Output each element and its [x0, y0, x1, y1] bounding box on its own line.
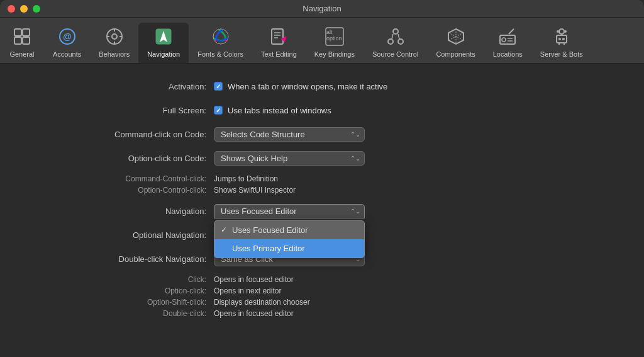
tab-accounts[interactable]: @ Accounts	[44, 23, 90, 63]
tab-behaviors-label: Behaviors	[99, 50, 130, 58]
text-editing-icon	[267, 25, 290, 48]
double-click-info-label: Double-click:	[38, 309, 214, 318]
locations-icon	[496, 25, 519, 48]
svg-text:alt: alt	[326, 29, 333, 35]
navigation-current-value: Uses Focused Editor	[221, 207, 297, 216]
cmd-ctrl-click-value: Jumps to Definition	[214, 174, 278, 183]
tab-source-control[interactable]: Source Control	[364, 23, 427, 63]
navigation-dropdown-container: Uses Focused Editor ⌃⌄ ✓ Uses Focused Ed…	[214, 204, 365, 218]
command-click-arrow: ⌃⌄	[350, 131, 360, 138]
close-button[interactable]	[8, 5, 15, 13]
tab-general-label: General	[9, 50, 34, 58]
behaviors-icon	[103, 25, 126, 48]
key-bindings-icon: alt option	[323, 25, 346, 48]
toolbar: General @ Accounts Behaviors	[0, 18, 644, 64]
svg-point-33	[564, 30, 567, 33]
command-click-value: Selects Code Structure	[221, 130, 305, 139]
command-click-row: Command-click on Code: Selects Code Stru…	[38, 127, 606, 142]
cmd-ctrl-click-label: Command-Control-click:	[38, 174, 214, 183]
tab-key-bindings[interactable]: alt option Key Bindings	[306, 23, 364, 63]
navigation-arrow: ⌃⌄	[350, 208, 360, 215]
svg-text:@: @	[63, 31, 72, 42]
svg-point-35	[558, 38, 561, 40]
option-click-label: Option-click on Code:	[38, 154, 214, 163]
components-icon	[445, 25, 467, 48]
double-click-nav-label: Double-click Navigation:	[38, 254, 214, 264]
activation-label: Activation:	[38, 82, 214, 91]
svg-point-31	[559, 29, 564, 34]
option-click-info-row: Option-click: Opens in next editor	[38, 286, 606, 295]
tab-locations[interactable]: Locations	[484, 23, 531, 63]
fullscreen-value: Use tabs instead of windows	[214, 106, 331, 115]
general-icon	[11, 25, 33, 48]
fullscreen-label: Full Screen:	[38, 106, 214, 115]
option-shift-click-label: Option-Shift-click:	[38, 298, 214, 307]
svg-rect-3	[23, 37, 30, 44]
fullscreen-checkbox[interactable]	[214, 106, 223, 115]
nav-option-primary-label: Uses Primary Editor	[232, 244, 305, 253]
svg-line-26	[398, 34, 399, 39]
click-info-value: Opens in focused editor	[214, 275, 294, 284]
tab-key-bindings-label: Key Bindings	[314, 50, 355, 58]
svg-rect-34	[557, 35, 567, 43]
tab-server-bots[interactable]: Server & Bots	[531, 23, 592, 63]
activation-row: Activation: When a tab or window opens, …	[38, 79, 606, 94]
minimize-button[interactable]	[20, 5, 28, 13]
tab-behaviors[interactable]: Behaviors	[90, 23, 138, 63]
command-click-dropdown[interactable]: Selects Code Structure ⌃⌄	[214, 127, 365, 142]
activation-checkbox[interactable]	[214, 82, 223, 91]
option-click-info-label: Option-click:	[38, 286, 214, 295]
navigation-row: Navigation: Uses Focused Editor ⌃⌄ ✓ Use…	[38, 203, 606, 218]
svg-point-7	[112, 34, 117, 39]
tab-components[interactable]: Components	[427, 23, 484, 63]
tab-fonts-colors[interactable]: Fonts & Colors	[189, 23, 252, 63]
server-bots-icon	[550, 25, 573, 48]
navigation-icon	[152, 25, 175, 48]
command-click-dropdown-container: Selects Code Structure ⌃⌄	[214, 127, 365, 142]
activation-text: When a tab or window opens, make it acti…	[228, 82, 387, 91]
opt-ctrl-click-value: Shows SwiftUI Inspector	[214, 186, 296, 195]
tab-locations-label: Locations	[493, 50, 523, 58]
command-click-label: Command-click on Code:	[38, 130, 214, 139]
activation-value: When a tab or window opens, make it acti…	[214, 82, 387, 91]
opt-ctrl-click-label: Option-Control-click:	[38, 186, 214, 195]
titlebar: Navigation	[0, 0, 644, 18]
navigation-dropdown[interactable]: Uses Focused Editor ⌃⌄	[214, 204, 365, 218]
tab-text-editing[interactable]: Text Editing	[252, 23, 306, 63]
double-click-info-row: Double-click: Opens in focused editor	[38, 309, 606, 318]
check-focused: ✓	[221, 225, 227, 234]
tab-general[interactable]: General	[0, 23, 44, 63]
svg-point-23	[388, 39, 393, 44]
maximize-button[interactable]	[33, 5, 40, 13]
navigation-popup: ✓ Uses Focused Editor Uses Primary Edito…	[214, 220, 365, 258]
svg-text:option: option	[326, 35, 342, 42]
svg-line-25	[392, 34, 393, 39]
tab-text-editing-label: Text Editing	[261, 50, 297, 58]
tab-navigation[interactable]: Navigation	[138, 23, 189, 63]
tab-components-label: Components	[436, 50, 475, 58]
window-title: Navigation	[303, 4, 341, 13]
svg-point-24	[398, 39, 403, 44]
nav-option-primary[interactable]: Uses Primary Editor	[214, 239, 364, 258]
svg-point-28	[502, 38, 506, 42]
opt-ctrl-click-row: Option-Control-click: Shows SwiftUI Insp…	[38, 186, 606, 195]
cmd-ctrl-click-row: Command-Control-click: Jumps to Definiti…	[38, 174, 606, 183]
option-click-value: Shows Quick Help	[221, 154, 287, 163]
source-control-icon	[384, 25, 407, 48]
option-click-arrow: ⌃⌄	[350, 155, 360, 162]
fullscreen-text: Use tabs instead of windows	[228, 106, 331, 115]
svg-rect-15	[272, 29, 283, 44]
svg-rect-1	[23, 29, 30, 36]
nav-option-focused-label: Uses Focused Editor	[232, 225, 308, 235]
fonts-colors-icon	[209, 25, 232, 48]
window-controls	[8, 5, 40, 13]
option-click-dropdown-container: Shows Quick Help ⌃⌄	[214, 151, 365, 166]
svg-point-32	[557, 30, 559, 33]
option-click-dropdown[interactable]: Shows Quick Help ⌃⌄	[214, 151, 365, 166]
tab-accounts-label: Accounts	[53, 50, 81, 58]
svg-rect-0	[14, 29, 21, 36]
fullscreen-row: Full Screen: Use tabs instead of windows	[38, 103, 606, 118]
nav-option-focused[interactable]: ✓ Uses Focused Editor	[214, 221, 364, 239]
option-shift-click-value: Displays destination chooser	[214, 298, 310, 307]
tab-fonts-colors-label: Fonts & Colors	[197, 50, 243, 58]
